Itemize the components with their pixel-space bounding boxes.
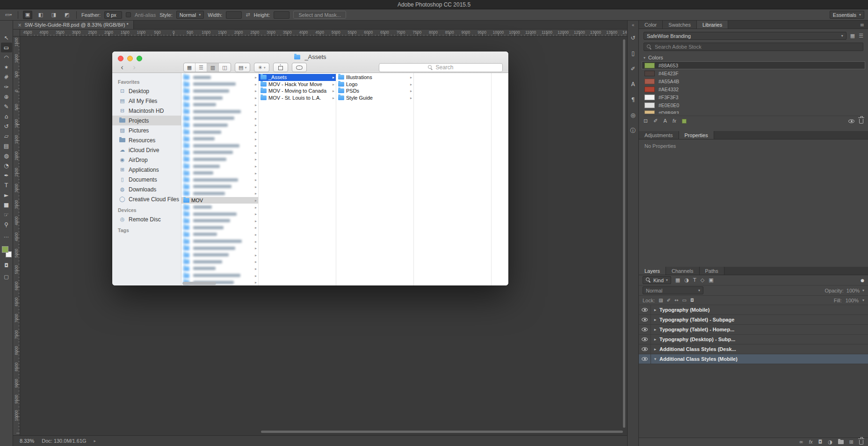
finder-column1-item[interactable]: ▸: [181, 245, 258, 252]
height-field[interactable]: [274, 11, 289, 19]
finder-column1-item[interactable]: ▸: [181, 265, 258, 272]
swap-dimensions-icon[interactable]: ⇄: [246, 12, 250, 18]
library-color-item[interactable]: #E0E0E0: [642, 101, 865, 109]
sidebar-item-remote-disc[interactable]: ◎Remote Disc: [112, 214, 181, 224]
sidebar-item-all-my-files[interactable]: ▤All My Files: [112, 96, 181, 106]
subtract-from-selection-icon[interactable]: ◨: [49, 11, 58, 19]
workspace-select[interactable]: Essentials▾: [830, 11, 864, 19]
filter-toggle-icon[interactable]: ●: [861, 278, 864, 283]
document-tab[interactable]: × SW-Style-Guide-R8.psd @ 8.33% (RGB/8#)…: [13, 21, 134, 29]
screen-mode-icon[interactable]: ▢: [1, 273, 12, 280]
intersect-selection-icon[interactable]: ◩: [62, 11, 72, 19]
back-button[interactable]: ‹: [118, 63, 126, 72]
add-graphic-icon[interactable]: ⊡: [644, 118, 648, 124]
filter-adjustment-layers-icon[interactable]: ◑: [684, 277, 689, 283]
eyedropper-tool[interactable]: ✑: [1, 82, 12, 92]
library-list-view-icon[interactable]: ☰: [859, 33, 863, 39]
finder-column1-item[interactable]: ▸: [181, 163, 258, 170]
icon-view-icon[interactable]: ▦: [184, 63, 195, 72]
filter-type-layers-icon[interactable]: T: [693, 277, 696, 283]
close-icon[interactable]: ×: [18, 22, 22, 28]
library-search-input[interactable]: Search Adobe Stock: [644, 43, 863, 51]
forward-button[interactable]: ›: [130, 63, 138, 72]
lock-transparency-icon[interactable]: ▨: [658, 298, 663, 303]
brush-tool[interactable]: ✎: [1, 102, 12, 111]
layer-visibility-toggle[interactable]: [639, 335, 651, 344]
blend-mode-select[interactable]: Normal▾: [643, 286, 703, 294]
library-color-item[interactable]: #AE4332: [642, 85, 865, 93]
finder-column1-item[interactable]: ▸: [181, 95, 258, 102]
sidebar-item-creative-cloud-files[interactable]: ◯Creative Cloud Files: [112, 194, 181, 204]
lock-all-icon[interactable]: ◘: [690, 298, 694, 303]
gradient-tool[interactable]: ▤: [1, 141, 12, 151]
brush-settings-panel-icon[interactable]: ✐: [629, 64, 638, 73]
tab-color[interactable]: Color: [639, 21, 663, 29]
filter-pixel-layers-icon[interactable]: ▦: [675, 277, 680, 283]
color-picker-widget[interactable]: [1, 245, 12, 258]
sidebar-item-resources[interactable]: Resources: [112, 135, 181, 145]
layer-effects-icon[interactable]: fx: [809, 439, 813, 445]
tags-button[interactable]: [292, 63, 307, 72]
adjustment-layer-icon[interactable]: ◑: [828, 439, 832, 445]
layer-row[interactable]: ▾Additional Class Styles (Mobile): [639, 354, 868, 364]
sidebar-item-desktop[interactable]: ⊡Desktop: [112, 86, 181, 96]
filter-smart-objects-icon[interactable]: ▣: [709, 277, 713, 283]
finder-column1-item[interactable]: ▸: [181, 142, 258, 149]
tab-properties[interactable]: Properties: [679, 131, 714, 139]
library-color-item[interactable]: #88A653: [642, 61, 865, 69]
add-color-icon[interactable]: [682, 119, 687, 124]
spot-healing-tool[interactable]: ⊕: [1, 92, 12, 102]
kind-filter-select[interactable]: Kind ▾: [643, 276, 671, 284]
dodge-tool[interactable]: ◔: [1, 161, 12, 170]
sidebar-item-projects[interactable]: Projects: [112, 116, 181, 125]
library-select[interactable]: SafeWise Branding▾: [644, 32, 846, 40]
canvas-horizontal-scrollbar[interactable]: [261, 431, 623, 433]
history-panel-icon[interactable]: ↺: [629, 33, 638, 43]
finder-column1-item[interactable]: ▸: [181, 217, 258, 224]
eraser-tool[interactable]: ▱: [1, 131, 12, 141]
sidebar-item-macintosh-hd[interactable]: ⊟Macintosh HD: [112, 106, 181, 116]
finder-column1-item[interactable]: ▸: [181, 88, 258, 95]
trash-icon[interactable]: [859, 119, 863, 124]
finder-column1-item[interactable]: ▸: [181, 101, 258, 108]
filter-shape-layers-icon[interactable]: ◇: [701, 277, 704, 283]
finder-column1-item[interactable]: ▸: [181, 238, 258, 245]
pen-tool[interactable]: ✒: [1, 170, 12, 180]
chevron-down-icon[interactable]: ▾: [644, 56, 645, 60]
finder-column1-item[interactable]: ▸: [181, 251, 258, 258]
finder-column1-item[interactable]: ▸: [181, 183, 258, 190]
chevron-right-icon[interactable]: ▸: [651, 327, 659, 332]
add-to-selection-icon[interactable]: ◧: [36, 11, 45, 19]
finder-column2-item[interactable]: _Assets▸: [259, 74, 336, 81]
new-group-icon[interactable]: [838, 440, 844, 444]
finder-column2-item[interactable]: MOV - St. Louis to L.A.▸: [259, 95, 336, 102]
path-selection-tool[interactable]: ►: [1, 190, 12, 200]
layer-row[interactable]: ▸Typography (Mobile): [639, 305, 868, 315]
move-tool[interactable]: ↖: [1, 33, 12, 43]
sidebar-item-icloud-drive[interactable]: ☁iCloud Drive: [112, 145, 181, 155]
list-view-icon[interactable]: ☰: [195, 63, 207, 72]
finder-column1-item[interactable]: ▸: [181, 115, 258, 122]
chevron-down-icon[interactable]: ▾: [651, 357, 659, 361]
library-color-item[interactable]: #F3F3F3: [642, 93, 865, 101]
panel-menu-icon[interactable]: ≡: [860, 22, 864, 28]
paragraph-panel-icon[interactable]: ¶: [629, 95, 638, 104]
layer-visibility-toggle[interactable]: [639, 325, 651, 334]
finder-column1-item[interactable]: ▸: [181, 224, 258, 231]
anti-alias-checkbox[interactable]: [126, 12, 131, 17]
layer-row[interactable]: ▸Typography (Tablet) - Homep...: [639, 325, 868, 335]
finder-column3-item[interactable]: Logo▸: [336, 81, 413, 88]
marquee-tool[interactable]: ▭: [1, 43, 12, 52]
rectangle-tool[interactable]: ■: [1, 200, 12, 210]
chevron-right-icon[interactable]: ▸: [651, 317, 659, 322]
sidebar-item-documents[interactable]: ▯Documents: [112, 175, 181, 184]
new-selection-icon[interactable]: ▣: [23, 11, 32, 19]
search-input[interactable]: Search: [379, 63, 503, 72]
lock-position-icon[interactable]: ↔: [674, 298, 678, 303]
edit-toolbar-icon[interactable]: ⋯: [1, 233, 12, 241]
tab-channels[interactable]: Channels: [666, 267, 699, 275]
coverflow-view-icon[interactable]: ◫: [219, 63, 231, 72]
chevron-right-icon[interactable]: ▸: [651, 307, 659, 312]
sidebar-item-pictures[interactable]: ▨Pictures: [112, 125, 181, 135]
layer-row[interactable]: ▸Additional Class Styles (Desk...: [639, 344, 868, 354]
